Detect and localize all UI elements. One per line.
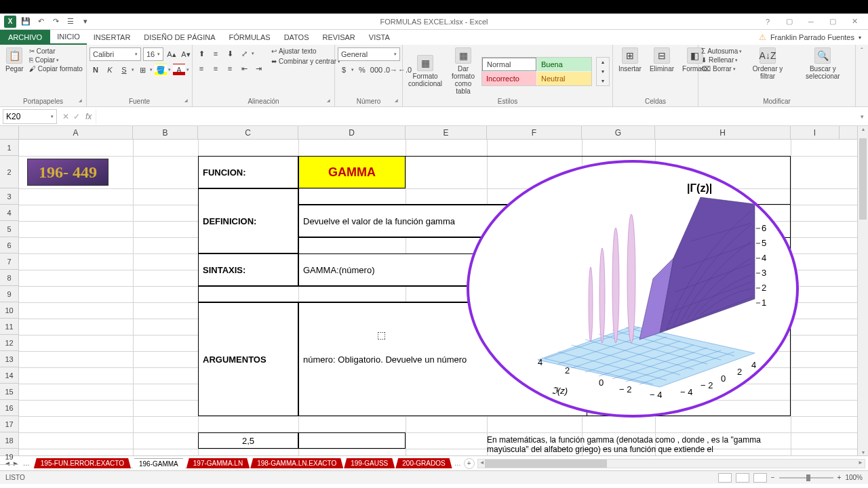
zoom-out-icon[interactable]: − bbox=[771, 474, 775, 481]
user-name[interactable]: Franklin Parrado Fuentes bbox=[770, 33, 854, 41]
row-header[interactable]: 12 bbox=[0, 335, 18, 351]
cell-d18[interactable] bbox=[298, 432, 406, 449]
number-format-combo[interactable]: General▾ bbox=[338, 47, 400, 61]
cell-f18-text[interactable]: En matemáticas, la función gamma (denota… bbox=[487, 435, 791, 455]
undo-icon[interactable]: ↶ bbox=[35, 16, 46, 27]
row-header[interactable]: 7 bbox=[0, 253, 18, 270]
formula-expand-icon[interactable]: ▾ bbox=[856, 113, 868, 120]
tab-datos[interactable]: DATOS bbox=[277, 30, 316, 45]
cell-argumentos-label[interactable]: ARGUMENTOS bbox=[198, 302, 298, 416]
align-middle-icon[interactable]: ≡ bbox=[210, 47, 222, 60]
select-all-corner[interactable] bbox=[0, 126, 18, 140]
col-header[interactable]: B bbox=[133, 126, 198, 139]
align-top-icon[interactable]: ⬆ bbox=[195, 47, 208, 60]
row-header[interactable]: 14 bbox=[0, 367, 18, 384]
add-sheet-button[interactable]: + bbox=[464, 458, 475, 469]
row-header[interactable]: 8 bbox=[0, 270, 18, 286]
sheet-tab-active[interactable]: 196-GAMMA bbox=[132, 458, 186, 469]
redo-icon[interactable]: ↷ bbox=[50, 16, 61, 27]
font-size-combo[interactable]: 16▾ bbox=[143, 47, 163, 61]
cell-styles-gallery[interactable]: Normal Buena Incorrecto Neutral bbox=[481, 57, 592, 86]
row-header[interactable]: 3 bbox=[0, 188, 18, 205]
touch-mode-icon[interactable]: ☰ bbox=[65, 16, 76, 27]
format-painter-button[interactable]: 🖌Copiar formato bbox=[29, 65, 83, 73]
row-header[interactable]: 10 bbox=[0, 302, 18, 319]
styles-scroll-down-icon[interactable]: ▾ bbox=[597, 67, 609, 76]
worksheet-grid[interactable]: 1 2 3 4 5 6 7 8 9 10 11 12 13 14 15 16 1… bbox=[0, 126, 868, 455]
row-header[interactable]: 11 bbox=[0, 319, 18, 335]
zoom-in-icon[interactable]: + bbox=[837, 474, 842, 481]
col-header[interactable]: F bbox=[487, 126, 582, 139]
percent-icon[interactable]: % bbox=[356, 64, 368, 76]
ribbon-options-icon[interactable]: ▢ bbox=[781, 16, 797, 27]
cell-funcion-label[interactable]: FUNCION: bbox=[198, 156, 298, 188]
increase-font-icon[interactable]: A▴ bbox=[165, 48, 178, 60]
row-header[interactable]: 17 bbox=[0, 416, 18, 432]
comma-icon[interactable]: 000 bbox=[370, 64, 382, 76]
underline-button[interactable]: S bbox=[118, 64, 130, 76]
decrease-font-icon[interactable]: A▾ bbox=[180, 48, 192, 60]
increase-indent-icon[interactable]: ⇥ bbox=[252, 62, 264, 75]
fx-icon[interactable]: fx bbox=[85, 112, 92, 121]
bold-button[interactable]: N bbox=[90, 64, 102, 76]
col-header[interactable]: C bbox=[198, 126, 298, 139]
cut-button[interactable]: ✂Cortar bbox=[29, 47, 83, 55]
cell-sintaxis-label[interactable]: SINTAXIS: bbox=[198, 253, 298, 286]
v-scroll-thumb[interactable] bbox=[859, 138, 867, 220]
col-header[interactable]: I bbox=[791, 126, 840, 139]
vertical-scrollbar[interactable]: ▴ ▾ bbox=[857, 126, 868, 455]
find-select-button[interactable]: 🔍Buscar y seleccionar bbox=[793, 46, 852, 81]
tab-diseno[interactable]: DISEÑO DE PÁGINA bbox=[137, 30, 222, 45]
tab-revisar[interactable]: REVISAR bbox=[316, 30, 362, 45]
view-normal-icon[interactable] bbox=[718, 473, 732, 483]
style-incorrecto[interactable]: Incorrecto bbox=[482, 72, 536, 85]
view-pagebreak-icon[interactable] bbox=[753, 473, 767, 483]
insert-cells-button[interactable]: ⊞Insertar bbox=[616, 46, 644, 74]
increase-decimal-icon[interactable]: .0→ bbox=[384, 64, 397, 76]
sheet-tab[interactable]: 197-GAMMA.LN bbox=[186, 458, 250, 468]
border-button[interactable]: ⊞ bbox=[136, 64, 149, 76]
font-color-button[interactable]: A bbox=[173, 64, 185, 76]
row-header[interactable]: 2 bbox=[0, 156, 18, 188]
minimize-icon[interactable]: ─ bbox=[803, 16, 819, 27]
decrease-indent-icon[interactable]: ⇤ bbox=[238, 62, 250, 75]
h-scroll-thumb[interactable] bbox=[485, 460, 607, 468]
merge-center-button[interactable]: ⬌Combinar y centrar▾ bbox=[271, 58, 340, 65]
copy-button[interactable]: ⎘Copiar▾ bbox=[29, 56, 83, 64]
fill-button[interactable]: ⬇Rellenar▾ bbox=[701, 56, 742, 64]
sort-filter-button[interactable]: A↓ZOrdenar y filtrar bbox=[745, 46, 791, 81]
align-right-icon[interactable]: ≡ bbox=[224, 62, 236, 75]
paste-button[interactable]: 📋 Pegar bbox=[3, 46, 26, 74]
cell-funcion-value[interactable]: GAMMA bbox=[298, 156, 406, 188]
row-header[interactable]: 15 bbox=[0, 384, 18, 400]
horizontal-scrollbar[interactable]: ◄ ► bbox=[477, 459, 865, 468]
cancel-formula-icon[interactable]: ✕ bbox=[62, 112, 69, 121]
orientation-icon[interactable]: ⤢ bbox=[238, 47, 250, 60]
collapse-ribbon-icon[interactable]: ˆ bbox=[861, 47, 863, 55]
styles-scroll-up-icon[interactable]: ▴ bbox=[597, 58, 609, 66]
align-center-icon[interactable]: ≡ bbox=[210, 62, 222, 75]
col-header[interactable]: H bbox=[655, 126, 791, 139]
row-header[interactable]: 4 bbox=[0, 205, 18, 221]
wrap-text-button[interactable]: ↩Ajustar texto bbox=[271, 47, 340, 55]
tab-vista[interactable]: VISTA bbox=[362, 30, 397, 45]
accept-formula-icon[interactable]: ✓ bbox=[73, 112, 80, 121]
formula-input[interactable] bbox=[96, 109, 856, 124]
style-neutral[interactable]: Neutral bbox=[537, 72, 591, 85]
tab-formulas[interactable]: FÓRMULAS bbox=[222, 30, 277, 45]
save-icon[interactable]: 💾 bbox=[20, 16, 31, 27]
maximize-icon[interactable]: ▢ bbox=[825, 16, 841, 27]
clear-button[interactable]: ⌫Borrar▾ bbox=[701, 65, 742, 73]
format-as-table-button[interactable]: ▦ Dar formato como tabla bbox=[448, 46, 479, 96]
qat-customize-icon[interactable]: ▾ bbox=[80, 16, 91, 27]
align-bottom-icon[interactable]: ⬇ bbox=[224, 47, 236, 60]
name-box[interactable]: K20▾ bbox=[3, 109, 57, 124]
row-header[interactable]: 18 bbox=[0, 432, 18, 449]
view-layout-icon[interactable] bbox=[736, 473, 749, 483]
zoom-slider[interactable] bbox=[779, 477, 833, 479]
col-header[interactable]: E bbox=[406, 126, 487, 139]
col-header[interactable]: G bbox=[582, 126, 655, 139]
style-buena[interactable]: Buena bbox=[537, 58, 591, 71]
col-header[interactable]: D bbox=[298, 126, 406, 139]
help-icon[interactable]: ? bbox=[760, 16, 776, 27]
